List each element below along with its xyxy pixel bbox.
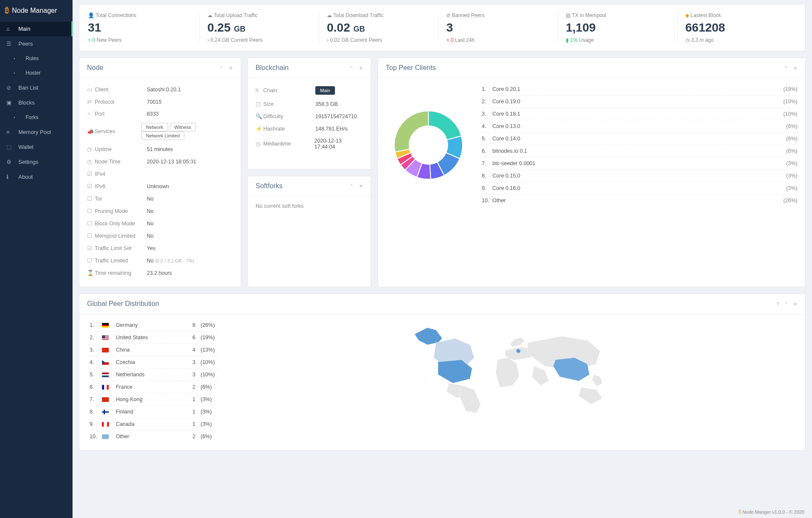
nav-item-ban-list[interactable]: ⊘Ban List (0, 80, 73, 95)
row-icon: ⌛ (87, 270, 95, 276)
row-icon: ☐ (87, 208, 95, 214)
close-icon[interactable]: ✕ (793, 65, 797, 71)
peer-client-item: 3.Core 0.18.1(10%) (482, 108, 797, 120)
stat-icon: ▤ (566, 12, 570, 18)
panel-actions: ⌃ ✕ (216, 65, 233, 71)
kv-row: ☐Mempool LimitedNo (87, 230, 233, 242)
donut-slice[interactable] (394, 111, 428, 152)
row-value: 148.781 EH/s (315, 126, 348, 132)
bitcoin-icon: ₿ (5, 6, 9, 15)
collapse-icon[interactable]: ⌃ (349, 183, 354, 189)
kv-row: ᯤPort8333 (87, 108, 233, 120)
stat-icon: ☁ (207, 12, 212, 18)
peer-client-item: 8.Core 0.15.0(3%) (482, 169, 797, 182)
nav-item-blocks[interactable]: ▣Blocks (0, 95, 73, 110)
footer: ₿ Node Manger v1.0.0 - © 2020 (739, 509, 804, 515)
donut-chart (386, 102, 471, 188)
kv-row: ☐Block Only ModeNo (87, 217, 233, 230)
close-icon[interactable]: ✕ (793, 301, 797, 307)
nav-subitem-hoster[interactable]: ●Hoster (0, 66, 73, 80)
kv-row: 🔍Difficulty19157154724710 (256, 110, 363, 122)
row-value: No (147, 233, 154, 239)
peer-client-item: 2.Core 0.19.0(10%) (482, 95, 797, 108)
nav-icon: ℹ (6, 174, 14, 180)
stat-icon: 👤 (88, 12, 94, 18)
row-icon: ☑ (87, 183, 95, 189)
close-icon[interactable]: ✕ (229, 65, 233, 71)
nav-item-about[interactable]: ℹAbout (0, 169, 73, 184)
row-value: Yes (147, 245, 155, 251)
row-icon: ᯤ (87, 111, 95, 117)
row-icon: ☐ (87, 220, 95, 227)
geo-row: 2.United States6(19%) (87, 332, 219, 344)
row-icon: ☑ (87, 171, 95, 177)
nav-item-peers[interactable]: ☰Peers (0, 36, 73, 51)
nav-subitem-rules[interactable]: ●Rules (0, 51, 73, 66)
stat-value: 661208 (685, 21, 789, 35)
stat-sub: › 0.02 GB Current Peers (327, 37, 431, 43)
geo-title: Global Peer Distribution (87, 300, 159, 308)
collapse-icon[interactable]: ⌃ (784, 301, 788, 307)
row-icon: 📣 (87, 128, 95, 135)
stat-sub: › 0.24 GB Current Peers (207, 37, 311, 43)
nav-icon: ☰ (6, 41, 14, 47)
donut-slice[interactable] (428, 111, 461, 140)
peer-client-item: 4.Core 0.13.0(6%) (482, 120, 797, 132)
kv-row: ☐Pruning ModeNo (87, 205, 233, 217)
geo-row: 7.Hong Kong1(3%) (87, 393, 219, 406)
peer-client-item: 6.bitnodes.io 0.1(6%) (482, 145, 797, 157)
brand-title: Node Manager (12, 7, 57, 15)
row-icon: ⎘ (256, 87, 263, 93)
peer-client-item: 9.Core 0.16.0(3%) (482, 182, 797, 194)
row-icon: ◷ (256, 141, 263, 147)
row-value: 358.3 GB (315, 101, 338, 107)
nav-item-wallet[interactable]: ⬚Wallet (0, 140, 73, 154)
nav-item-memory-pool[interactable]: ≡Memory Pool (0, 125, 73, 140)
collapse-icon[interactable]: ⌃ (219, 65, 224, 71)
nav-list: ⌂Main☰Peers●Rules●Hoster⊘Ban List▣Blocks… (0, 21, 73, 184)
stat-banned-peers: ⊘ Banned Peers3+ 0 Last 24h (438, 12, 558, 43)
close-icon[interactable]: ✕ (359, 65, 363, 71)
footer-copy: - © 2020 (785, 509, 804, 515)
help-icon[interactable]: ? (776, 301, 779, 307)
nav-item-main[interactable]: ⌂Main (0, 21, 73, 36)
stat-lastest-block: ◆ Lastest Block661208◷ 3.3 m ago (677, 12, 797, 43)
flag-icon (102, 348, 109, 352)
kv-row: ☑IPv4 (87, 168, 233, 180)
row-value: No (147, 221, 154, 227)
flag-icon (102, 434, 109, 439)
peer-client-item: 7.btc-seeder 0.0001(3%) (482, 157, 797, 169)
row-value: No (0.2 / 3.1 GB - 7%) (147, 258, 194, 264)
collapse-icon[interactable]: ⌃ (349, 65, 354, 71)
nav-icon: ⚙ (6, 159, 14, 165)
brand: ₿ Node Manager (0, 0, 73, 21)
row-value: Unknown (147, 183, 169, 189)
kv-row: ☑Traffic Limit SetYes (87, 242, 233, 254)
flag-icon (102, 422, 109, 427)
stat-icon: ☁ (327, 12, 332, 18)
geo-panel: Global Peer Distribution ? ⌃ ✕ 1.Germany… (79, 294, 806, 451)
row-icon: ☐ (87, 195, 95, 202)
stat-total-connections: 👤 Total Connections31+ 0 New Peers (88, 12, 199, 43)
nav-item-settings[interactable]: ⚙Settings (0, 154, 73, 169)
kv-row: ⎘ChainMain (256, 83, 363, 98)
softforks-message: No current soft forks (256, 201, 363, 211)
nav-subitem-forks[interactable]: ●Forks (0, 110, 73, 125)
close-icon[interactable]: ✕ (359, 183, 363, 189)
row-value: 2020-12-13 17:44:04 (314, 138, 363, 150)
flag-icon (102, 385, 109, 390)
row-value: Satoshi:0.20.1 (147, 87, 181, 93)
kv-row: ⇄Protocol70015 (87, 96, 233, 108)
row-icon: ▭ (87, 86, 95, 93)
stat-total-upload-traffic: ☁ Total Upload Traffic0.25 GB› 0.24 GB C… (199, 12, 319, 43)
node-title: Node (87, 64, 103, 72)
flag-icon (102, 372, 109, 377)
peer-client-item: 5.Core 0.14.0(6%) (482, 132, 797, 145)
collapse-icon[interactable]: ⌃ (784, 65, 788, 71)
world-map[interactable] (232, 319, 797, 442)
topclients-title: Top Peer Clients (386, 64, 436, 72)
stat-icon: ⊘ (446, 12, 451, 18)
kv-row: ◷Node Time2020-12-13 18:05:31 (87, 155, 233, 168)
topclients-panel: Top Peer Clients ⌃ ✕ 1.Core 0.20.1(19%)2… (378, 58, 806, 287)
kv-row: ◷Uptime51 minutes (87, 143, 233, 155)
